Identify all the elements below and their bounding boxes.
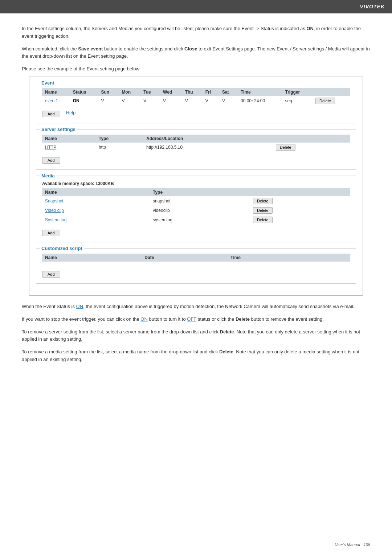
server-settings-section: Server settings Name Type Address/Locati… [36, 129, 356, 170]
bottom-para-4-a: To remove a media setting from the list,… [22, 349, 219, 354]
media-row-snapshot: Snapshot snapshot Delete [42, 196, 350, 206]
media-add-button[interactable]: Add [42, 230, 60, 236]
brand-logo: VIVOTEK [360, 4, 385, 9]
event1-status[interactable]: ON [73, 98, 79, 103]
intro-close: Close [184, 46, 197, 52]
media-section: Media Available memory space: 13000KB Na… [36, 176, 356, 242]
event-section-title: Event [40, 80, 56, 86]
systemlog-link[interactable]: System log [45, 217, 66, 222]
videoclip-link[interactable]: Video clip [45, 208, 64, 213]
bottom-para-4: To remove a media setting from the list,… [22, 348, 370, 364]
server-settings-table: Name Type Address/Location HTTP http htt… [42, 135, 350, 152]
script-col-name: Name [42, 254, 142, 262]
systemlog-type: systemlog [150, 215, 250, 225]
event-help-link[interactable]: Help [66, 110, 76, 115]
script-empty-row [42, 262, 350, 266]
bottom-para-1-a: When the Event Status is [22, 304, 76, 309]
media-col-type: Type [150, 188, 250, 196]
videoclip-type: videoclip [150, 206, 250, 215]
snapshot-delete-button[interactable]: Delete [253, 198, 273, 204]
media-table-header-row: Name Type [42, 188, 350, 196]
event-table: Name Status Sun Mon Tue Wed Thu Fri Sat … [42, 88, 350, 106]
customized-script-table: Name Date Time [42, 254, 350, 266]
intro-save-event: Save event [78, 46, 103, 52]
customized-script-title: Customized script [40, 246, 84, 251]
systemlog-delete-button[interactable]: Delete [253, 217, 273, 223]
bottom-para-2-b: button to turn it to [148, 316, 187, 322]
bottom-delete-strong-1: Delete [236, 316, 250, 322]
server-col-type: Type [96, 135, 143, 143]
bottom-para-3-a: To remove a server setting from the list… [22, 329, 220, 335]
event-table-header-row: Name Status Sun Mon Tue Wed Thu Fri Sat … [42, 88, 350, 96]
event-add-row: Add Help [42, 108, 350, 117]
event-col-tue: Tue [140, 88, 160, 96]
intro-para-2-a: When completed, click the [22, 46, 78, 52]
script-add-button[interactable]: Add [42, 271, 60, 278]
server-col-address: Address/Location [143, 135, 273, 143]
main-content: In the Event settings column, the Server… [0, 14, 392, 390]
bottom-off-link[interactable]: OFF [187, 316, 196, 322]
server-col-name: Name [42, 135, 96, 143]
bottom-para-2-d: button to remove the event setting. [250, 316, 324, 322]
bottom-para-2: If you want to stop the event trigger, y… [22, 316, 370, 323]
script-table-header-row: Name Date Time [42, 254, 350, 262]
snapshot-link[interactable]: Snapshot [45, 198, 64, 204]
bottom-para-2-a: If you want to stop the event trigger, y… [22, 316, 140, 322]
bottom-para-1-b: , the event configuration above is trigg… [83, 304, 354, 309]
intro-para-1-text: In the Event settings column, the Server… [22, 26, 306, 31]
server-col-action [273, 135, 350, 143]
event1-time: 00:00~24:00 [238, 96, 282, 106]
media-table: Name Type Snapshot snapshot Delete Video… [42, 188, 350, 225]
script-col-time: Time [228, 254, 317, 262]
footer-text: User's Manual - 105 [335, 542, 370, 547]
event1-sun: V [98, 96, 119, 106]
event-col-mon: Mon [119, 88, 140, 96]
footer: User's Manual - 105 [335, 542, 370, 547]
script-col-date: Date [142, 254, 228, 262]
event-col-trigger: Trigger [282, 88, 313, 96]
event-table-row: event1 ON V V V V V V V 00:00~24:00 seq … [42, 96, 350, 106]
event1-thu: V [182, 96, 203, 106]
event1-delete-button[interactable]: Delete [315, 98, 335, 104]
event1-tue: V [140, 96, 160, 106]
media-row-videoclip: Video clip videoclip Delete [42, 206, 350, 215]
event1-link[interactable]: event1 [45, 98, 58, 103]
intro-para-1: In the Event settings column, the Server… [22, 25, 370, 40]
media-section-title: Media [40, 173, 56, 178]
event-col-sun: Sun [98, 88, 119, 96]
server-table-header-row: Name Type Address/Location [42, 135, 350, 143]
example-box: Event Name Status Sun Mon Tue Wed Thu Fr… [29, 77, 363, 296]
event-col-wed: Wed [160, 88, 182, 96]
event-add-button[interactable]: Add [42, 111, 60, 117]
bottom-on-link-2[interactable]: ON [140, 316, 148, 322]
media-row-systemlog: System log systemlog Delete [42, 215, 350, 225]
media-col-name: Name [42, 188, 150, 196]
server-add-button[interactable]: Add [42, 157, 60, 164]
videoclip-delete-button[interactable]: Delete [253, 207, 273, 214]
bottom-on-link-1[interactable]: ON [76, 304, 83, 309]
customized-script-section: Customized script Name Date Time Add [36, 248, 356, 284]
event-col-time: Time [238, 88, 282, 96]
event1-trigger: seq [282, 96, 313, 106]
intro-on-text: ON [306, 26, 314, 31]
event1-wed: V [160, 96, 182, 106]
server-delete-button[interactable]: Delete [276, 144, 295, 151]
intro-para-2: When completed, click the Save event but… [22, 45, 370, 61]
event-col-fri: Fri [203, 88, 219, 96]
server-type: http [96, 143, 143, 152]
event-col-status: Status [70, 88, 98, 96]
event-col-name: Name [42, 88, 70, 96]
server-settings-title: Server settings [40, 127, 77, 132]
event-section: Event Name Status Sun Mon Tue Wed Thu Fr… [36, 83, 356, 123]
example-label: Please see the example of the Event sett… [22, 65, 370, 73]
event1-mon: V [119, 96, 140, 106]
header-bar: VIVOTEK [0, 0, 392, 13]
bottom-paragraphs: When the Event Status is ON, the event c… [22, 303, 370, 364]
intro-para-2-b: button to enable the settings and click [103, 46, 184, 52]
http-link[interactable]: HTTP [45, 145, 56, 150]
bottom-para-1: When the Event Status is ON, the event c… [22, 303, 370, 311]
server-address: http://192.168.5.10 [143, 143, 273, 152]
media-available-space: Available memory space: 13000KB [42, 181, 350, 186]
bottom-para-2-c: status or click the [196, 316, 236, 322]
bottom-delete-strong-2: Delete [220, 329, 234, 335]
